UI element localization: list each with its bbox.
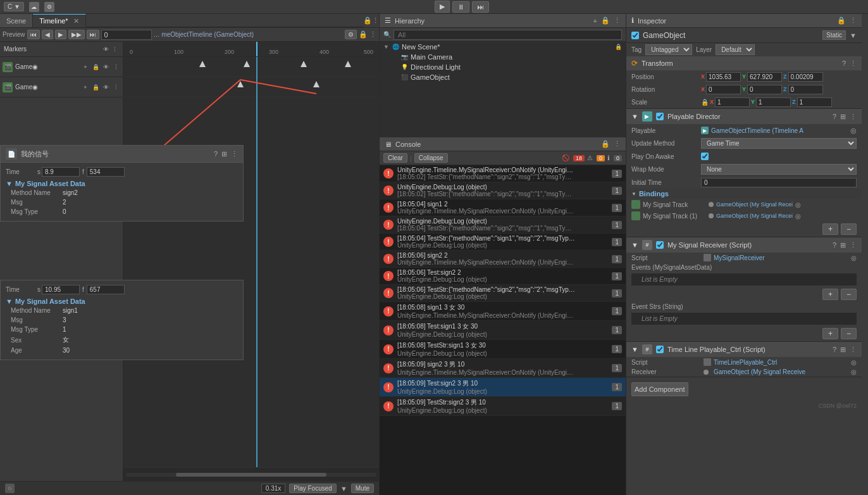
tpc-expand-btn[interactable]: ⊞ [840, 346, 846, 354]
rot-y-input[interactable] [747, 85, 782, 94]
bindings-add-btn[interactable]: + [822, 223, 838, 235]
bindings-remove-btn[interactable]: − [841, 223, 857, 235]
tl-fwd-btn[interactable]: ▶▶ [68, 30, 85, 39]
timeline-tab-close[interactable]: ✕ [73, 17, 79, 25]
console-item-0[interactable]: ! UnityEngine.Timeline.MySignalReceiver:… [380, 165, 626, 182]
binding2-pick[interactable]: ◎ [795, 213, 801, 220]
tpc-active-checkbox[interactable] [656, 346, 664, 353]
tpc-menu-btn[interactable]: ⋮ [850, 346, 857, 354]
dropdown-arrow[interactable]: ▼ [340, 485, 347, 492]
hierarchy-add-btn[interactable]: + [593, 17, 597, 25]
console-lock-btn[interactable]: 🔒 [601, 140, 610, 148]
tpc-help-btn[interactable]: ? [833, 346, 836, 353]
tl-lock-btn[interactable]: 🔒 [359, 30, 368, 39]
binding1-pick[interactable]: ◎ [795, 201, 801, 208]
transform-help-btn[interactable]: ? [842, 60, 846, 67]
scale-x-input[interactable] [715, 97, 750, 107]
tpc-script-pick[interactable]: ◎ [851, 359, 857, 366]
overlay2-time-val-input[interactable] [42, 285, 80, 294]
pos-y-input[interactable] [747, 72, 782, 82]
rot-x-input[interactable] [706, 85, 741, 94]
markers-eye-btn[interactable]: 👁 [101, 45, 110, 54]
console-menu-btn[interactable]: ⋮ [614, 140, 621, 148]
scale-z-input[interactable] [797, 97, 832, 107]
tl-prev-btn[interactable]: ⏮ [27, 30, 40, 39]
pd-active-checkbox[interactable] [656, 113, 664, 120]
track2-add-btn[interactable]: + [81, 83, 90, 92]
console-collapse-btn[interactable]: Collapse [414, 153, 448, 163]
layer-select[interactable]: Default [716, 44, 755, 55]
pd-help-btn[interactable]: ? [833, 113, 836, 120]
tl-play-btn[interactable]: ▶ [55, 30, 66, 39]
console-item-6[interactable]: ! [18:05:06] Test:sign2 2 UnityEngine.De… [380, 268, 626, 285]
timeline-lock-btn[interactable]: 🔒 [363, 16, 372, 25]
sr-active-checkbox[interactable] [656, 241, 664, 249]
timeline-menu-btn[interactable]: ⋮ [372, 16, 379, 25]
pd-pick-btn[interactable]: ◎ [850, 127, 857, 135]
overlay1-time-val-input[interactable] [42, 167, 80, 177]
console-item-4[interactable]: ! [18:05:04] TestStr:{"methodName":"sign… [380, 234, 626, 251]
add-component-btn[interactable]: Add Component [631, 382, 688, 396]
overlay1-layout-btn[interactable]: ⊞ [221, 150, 227, 158]
pos-x-input[interactable] [706, 72, 741, 82]
track2-lock-btn[interactable]: 🔒 [91, 83, 100, 92]
play-button[interactable]: ▶ [435, 1, 450, 13]
sr-add-btn[interactable]: + [822, 289, 838, 300]
sr-strs-add-btn[interactable]: + [822, 328, 838, 339]
track1-lock-btn[interactable]: 🔒 [91, 63, 100, 72]
rot-z-input[interactable] [788, 85, 823, 94]
scale-y-input[interactable] [756, 97, 791, 107]
pause-button[interactable]: ⏸ [452, 1, 469, 13]
track2-eye-btn[interactable]: 👁 [101, 83, 110, 92]
overlay1-frame-val-input[interactable] [87, 167, 125, 177]
pos-z-input[interactable] [788, 72, 823, 82]
console-item-2[interactable]: ! [18:05:04] sign1 2 UnityEngine.Timelin… [380, 199, 626, 216]
c-dropdown-btn[interactable]: C ▼ [4, 2, 24, 11]
tl-menu-btn[interactable]: ⋮ [369, 30, 376, 39]
step-button[interactable]: ⏭ [472, 1, 489, 13]
tab-timeline[interactable]: Timeline* ✕ [33, 14, 85, 27]
console-clear-btn[interactable]: Clear [383, 153, 407, 163]
inspector-menu-btn[interactable]: ⋮ [850, 16, 857, 25]
tl-back-btn[interactable]: ◀ [42, 30, 53, 39]
console-item-7[interactable]: ! [18:05:06] TestStr:{"methodName":"sign… [380, 285, 626, 302]
console-item-1[interactable]: ! UnityEngine.Debug:Log (object) [18:05:… [380, 182, 626, 199]
tl-scrollbar[interactable] [126, 473, 376, 477]
sr-header[interactable]: ▼ # My Signal Receiver (Script) ? ⊞ ⋮ [626, 237, 862, 253]
track1-menu-btn[interactable]: ⋮ [111, 63, 120, 72]
pd-play-on-awake-checkbox[interactable] [701, 153, 709, 160]
tl-settings-btn[interactable]: ⚙ [345, 30, 357, 39]
overlay1-menu-btn[interactable]: ⋮ [231, 150, 238, 158]
tab-scene[interactable]: Scene [0, 14, 33, 27]
tl-scrollbar-thumb[interactable] [176, 473, 326, 477]
pd-update-method-select[interactable]: Game Time [701, 138, 857, 149]
sr-expand-btn[interactable]: ⊞ [840, 241, 846, 249]
sr-strs-remove-btn[interactable]: − [841, 328, 857, 339]
hierarchy-new-scene[interactable]: ▼ 🌐 New Scene* 🔒 [380, 42, 626, 52]
console-item-3[interactable]: ! UnityEngine.Debug:Log (object) [18:05:… [380, 216, 626, 234]
tag-select[interactable]: Untagged [645, 44, 692, 55]
transform-settings-btn[interactable]: ⋮ [850, 60, 857, 68]
tpc-header[interactable]: ▼ # Time Line Playable_Ctrl (Script) ? ⊞… [626, 342, 862, 357]
pd-menu-btn[interactable]: ⋮ [850, 113, 857, 121]
console-item-11[interactable]: ! [18:05:09] sign2 3 男 10 UnityEngine.Ti… [380, 359, 626, 378]
hierarchy-menu-btn[interactable]: ⋮ [614, 16, 621, 25]
inspector-lock-btn[interactable]: 🔒 [837, 16, 846, 25]
console-item-5[interactable]: ! [18:05:06] sign2 2 UnityEngine.Timelin… [380, 251, 626, 268]
tpc-receiver-pick[interactable]: ◎ [851, 368, 857, 375]
console-item-12[interactable]: ! [18:05:09] Test:sign2 3 男 10 UnityEngi… [380, 378, 626, 397]
pd-header[interactable]: ▼ ▶ Playable Director ? ⊞ ⋮ [626, 109, 862, 124]
console-item-9[interactable]: ! [18:05:08] Test:sign1 3 女 30 UnityEngi… [380, 321, 626, 340]
hierarchy-gameobject[interactable]: ▶ ⬛ GameObject [380, 72, 626, 82]
play-focused-btn[interactable]: Play Focused [289, 484, 337, 493]
hierarchy-main-camera[interactable]: ▶ 📷 Main Camera [380, 52, 626, 62]
pd-wrap-mode-select[interactable]: None [701, 164, 857, 175]
pd-initial-time-input[interactable] [701, 178, 857, 187]
track1-add-btn[interactable]: + [81, 63, 90, 72]
tl-end-btn[interactable]: ⏭ [87, 30, 99, 39]
sr-script-pick[interactable]: ◎ [851, 254, 857, 261]
pd-expand-btn[interactable]: ⊞ [840, 113, 846, 121]
transform-header[interactable]: ⟳ Transform ? ⋮ [626, 56, 862, 70]
console-item-10[interactable]: ! [18:05:08] TestStr:sign1 3 女 30 UnityE… [380, 340, 626, 359]
tl-time-input[interactable] [101, 30, 152, 40]
